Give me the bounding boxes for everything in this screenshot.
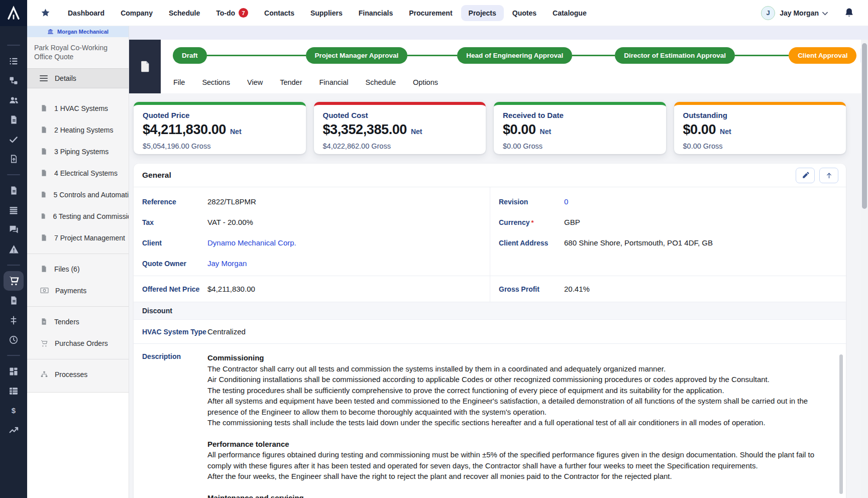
quote-sidebar: Morgan Mechanical Park Royal Co-Working … (27, 26, 129, 498)
dollar-icon[interactable]: $ (4, 401, 24, 420)
sidebar-item-label: 5 Controls and Automation (54, 191, 129, 199)
required-marker: * (531, 219, 533, 226)
rows-icon[interactable] (4, 200, 24, 220)
field-value-client-address: 680 Shine Shore, Portsmouth, PO1 4DF, GB (564, 238, 713, 247)
revision-link[interactable]: 0 (564, 197, 568, 206)
warning-icon[interactable] (4, 239, 24, 259)
nav-contacts[interactable]: Contacts (257, 5, 302, 21)
document-icon[interactable] (4, 291, 24, 310)
menu-view[interactable]: View (247, 78, 263, 86)
stat-title: Quoted Price (143, 111, 297, 119)
nav-financials[interactable]: Financials (351, 5, 400, 21)
field-label-discount: Discount (142, 307, 172, 315)
stat-gross-label: Gross (703, 142, 723, 150)
workflow-step-draft[interactable]: Draft (173, 47, 207, 64)
sidebar-item-section-2[interactable]: 2 Heating Systems (27, 119, 129, 141)
sidebar-item-section-1[interactable]: 1 HVAC Systems (27, 97, 129, 119)
quote-title: Park Royal Co-Working Office Quote (27, 37, 129, 65)
sitemap-icon[interactable] (4, 71, 24, 90)
nav-todo-label: To-do (216, 9, 235, 17)
notifications-bell-icon[interactable] (844, 8, 854, 18)
user-name: Jay Morgan (780, 9, 819, 17)
file-upload-icon[interactable] (4, 149, 24, 169)
svg-text:$: $ (12, 406, 16, 415)
sidebar-item-label: 3 Piping Systems (54, 148, 108, 156)
description-heading: Commissioning (207, 352, 824, 363)
nav-procurement[interactable]: Procurement (401, 5, 460, 21)
table-icon[interactable] (4, 381, 24, 401)
sidebar-item-section-5[interactable]: 5 Controls and Automation (27, 184, 129, 205)
quote-owner-link[interactable]: Jay Morgan (207, 259, 247, 268)
workflow-step-head-of-engineering-approval[interactable]: Head of Engineering Approval (457, 47, 572, 64)
trend-up-icon[interactable] (4, 420, 24, 440)
sidebar-item-files[interactable]: Files (6) (27, 258, 129, 280)
field-label-offered-net-price: Offered Net Price (142, 285, 207, 293)
nav-dashboard[interactable]: Dashboard (60, 5, 112, 21)
description-scrollbar[interactable] (839, 354, 843, 494)
file-icon (40, 265, 48, 273)
menu-schedule[interactable]: Schedule (366, 78, 396, 86)
sliders-icon[interactable] (4, 310, 24, 330)
collapse-button[interactable] (819, 168, 838, 183)
file-text-icon[interactable] (4, 181, 24, 200)
edit-button[interactable] (796, 168, 815, 183)
workflow-stepper: Draft Project Manager Approval Head of E… (129, 40, 868, 71)
sidebar-item-section-6[interactable]: 6 Testing and Commissioning (27, 205, 129, 227)
todo-count-badge: 7 (239, 8, 248, 18)
clock-icon[interactable] (4, 330, 24, 349)
chat-icon[interactable] (4, 220, 24, 239)
nav-quotes[interactable]: Quotes (505, 5, 544, 21)
stat-card-quoted-price: Quoted Price $4,211,830.00Net $5,054,196… (134, 102, 306, 154)
nav-projects[interactable]: Projects (461, 5, 504, 21)
nav-schedule[interactable]: Schedule (161, 5, 207, 21)
list-icon[interactable] (4, 51, 24, 71)
sidebar-item-label: 2 Heating Systems (54, 126, 114, 134)
bank-icon (47, 29, 54, 35)
sidebar-item-section-4[interactable]: 4 Electrical Systems (27, 162, 129, 184)
workflow-step-project-manager-approval[interactable]: Project Manager Approval (306, 47, 408, 64)
workflow-step-director-of-estimation-approval[interactable]: Director of Estimation Approval (615, 47, 735, 64)
sidebar-tenders-group: Tenders Purchase Orders (27, 306, 129, 354)
sidebar-item-tenders[interactable]: Tenders (27, 311, 129, 332)
document-icon[interactable] (4, 110, 24, 130)
nav-todo[interactable]: To-do7 (208, 4, 256, 22)
workflow-step-client-approval[interactable]: Client Approval (789, 47, 856, 64)
quote-document-tab[interactable] (129, 40, 161, 93)
sidebar-item-section-3[interactable]: 3 Piping Systems (27, 141, 129, 162)
nav-suppliers[interactable]: Suppliers (303, 5, 350, 21)
menu-financial[interactable]: Financial (319, 78, 349, 86)
check-icon[interactable] (4, 130, 24, 149)
stat-card-outstanding: Outstanding $0.00Net $0.00 Gross (674, 102, 846, 154)
breadcrumb[interactable]: Morgan Mechanical (27, 26, 129, 37)
app-logo[interactable] (0, 0, 27, 26)
sidebar-item-details[interactable]: Details (27, 68, 129, 88)
sidebar-item-processes[interactable]: Processes (27, 363, 129, 385)
menu-options[interactable]: Options (413, 78, 438, 86)
sidebar-item-label: Payments (55, 287, 86, 295)
document-icon (40, 169, 48, 177)
sidebar-item-label: Files (6) (54, 265, 80, 273)
menu-file[interactable]: File (173, 78, 185, 86)
field-value-gross-profit: 20.41% (564, 285, 590, 293)
sidebar-processes-group: Processes (27, 359, 129, 385)
users-icon[interactable] (4, 90, 24, 110)
nav-catalogue[interactable]: Catalogue (545, 5, 594, 21)
document-icon (40, 318, 48, 325)
sidebar-item-payments[interactable]: Payments (27, 280, 129, 301)
stat-net-label: Net (540, 128, 552, 136)
grid-icon[interactable] (4, 361, 24, 381)
sidebar-item-purchase-orders[interactable]: Purchase Orders (27, 332, 129, 354)
user-menu[interactable]: J Jay Morgan (761, 6, 868, 20)
favorites-star-icon[interactable] (41, 8, 50, 18)
client-link[interactable]: Dynamo Mechanical Corp. (207, 238, 296, 247)
stat-title: Outstanding (683, 111, 837, 119)
logo-mark-icon (6, 6, 21, 21)
sidebar-item-section-7[interactable]: 7 Project Management (27, 227, 129, 248)
menu-tender[interactable]: Tender (280, 78, 302, 86)
cart-icon[interactable] (4, 271, 24, 291)
sidebar-item-label: Processes (55, 370, 87, 379)
nav-company[interactable]: Company (113, 5, 160, 21)
menu-sections[interactable]: Sections (202, 78, 230, 86)
main-scrollbar-thumb[interactable] (862, 43, 867, 209)
stat-gross-value: $0.00 (683, 142, 701, 150)
